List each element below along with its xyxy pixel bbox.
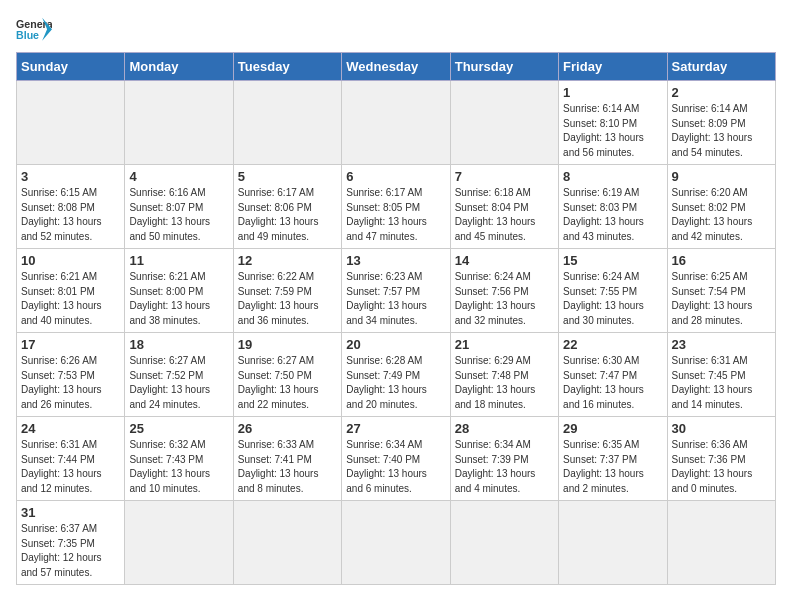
day-number: 25 <box>129 421 228 436</box>
day-info: Sunrise: 6:14 AM Sunset: 8:09 PM Dayligh… <box>672 102 771 160</box>
calendar-cell: 18Sunrise: 6:27 AM Sunset: 7:52 PM Dayli… <box>125 333 233 417</box>
calendar-cell: 26Sunrise: 6:33 AM Sunset: 7:41 PM Dayli… <box>233 417 341 501</box>
day-number: 17 <box>21 337 120 352</box>
calendar-cell: 10Sunrise: 6:21 AM Sunset: 8:01 PM Dayli… <box>17 249 125 333</box>
day-info: Sunrise: 6:24 AM Sunset: 7:55 PM Dayligh… <box>563 270 662 328</box>
calendar-cell: 2Sunrise: 6:14 AM Sunset: 8:09 PM Daylig… <box>667 81 775 165</box>
day-number: 10 <box>21 253 120 268</box>
day-info: Sunrise: 6:36 AM Sunset: 7:36 PM Dayligh… <box>672 438 771 496</box>
day-number: 13 <box>346 253 445 268</box>
day-info: Sunrise: 6:28 AM Sunset: 7:49 PM Dayligh… <box>346 354 445 412</box>
col-header-tuesday: Tuesday <box>233 53 341 81</box>
page-header: General Blue <box>16 16 776 44</box>
day-number: 2 <box>672 85 771 100</box>
calendar-cell: 15Sunrise: 6:24 AM Sunset: 7:55 PM Dayli… <box>559 249 667 333</box>
col-header-wednesday: Wednesday <box>342 53 450 81</box>
calendar-cell <box>17 81 125 165</box>
day-info: Sunrise: 6:29 AM Sunset: 7:48 PM Dayligh… <box>455 354 554 412</box>
day-info: Sunrise: 6:17 AM Sunset: 8:06 PM Dayligh… <box>238 186 337 244</box>
calendar-cell: 30Sunrise: 6:36 AM Sunset: 7:36 PM Dayli… <box>667 417 775 501</box>
calendar-cell: 17Sunrise: 6:26 AM Sunset: 7:53 PM Dayli… <box>17 333 125 417</box>
calendar-cell: 4Sunrise: 6:16 AM Sunset: 8:07 PM Daylig… <box>125 165 233 249</box>
day-info: Sunrise: 6:21 AM Sunset: 8:01 PM Dayligh… <box>21 270 120 328</box>
calendar-cell: 28Sunrise: 6:34 AM Sunset: 7:39 PM Dayli… <box>450 417 558 501</box>
calendar-cell <box>450 501 558 585</box>
day-info: Sunrise: 6:33 AM Sunset: 7:41 PM Dayligh… <box>238 438 337 496</box>
day-number: 24 <box>21 421 120 436</box>
calendar-table: SundayMondayTuesdayWednesdayThursdayFrid… <box>16 52 776 585</box>
calendar-cell <box>233 81 341 165</box>
day-number: 3 <box>21 169 120 184</box>
day-info: Sunrise: 6:15 AM Sunset: 8:08 PM Dayligh… <box>21 186 120 244</box>
col-header-sunday: Sunday <box>17 53 125 81</box>
calendar-cell: 7Sunrise: 6:18 AM Sunset: 8:04 PM Daylig… <box>450 165 558 249</box>
day-number: 29 <box>563 421 662 436</box>
day-info: Sunrise: 6:35 AM Sunset: 7:37 PM Dayligh… <box>563 438 662 496</box>
day-info: Sunrise: 6:25 AM Sunset: 7:54 PM Dayligh… <box>672 270 771 328</box>
day-info: Sunrise: 6:27 AM Sunset: 7:52 PM Dayligh… <box>129 354 228 412</box>
calendar-cell: 25Sunrise: 6:32 AM Sunset: 7:43 PM Dayli… <box>125 417 233 501</box>
day-info: Sunrise: 6:18 AM Sunset: 8:04 PM Dayligh… <box>455 186 554 244</box>
day-info: Sunrise: 6:19 AM Sunset: 8:03 PM Dayligh… <box>563 186 662 244</box>
day-number: 18 <box>129 337 228 352</box>
day-number: 4 <box>129 169 228 184</box>
col-header-thursday: Thursday <box>450 53 558 81</box>
calendar-week-2: 3Sunrise: 6:15 AM Sunset: 8:08 PM Daylig… <box>17 165 776 249</box>
calendar-cell: 5Sunrise: 6:17 AM Sunset: 8:06 PM Daylig… <box>233 165 341 249</box>
calendar-cell: 23Sunrise: 6:31 AM Sunset: 7:45 PM Dayli… <box>667 333 775 417</box>
day-info: Sunrise: 6:23 AM Sunset: 7:57 PM Dayligh… <box>346 270 445 328</box>
day-number: 23 <box>672 337 771 352</box>
day-number: 30 <box>672 421 771 436</box>
day-info: Sunrise: 6:32 AM Sunset: 7:43 PM Dayligh… <box>129 438 228 496</box>
calendar-cell: 9Sunrise: 6:20 AM Sunset: 8:02 PM Daylig… <box>667 165 775 249</box>
day-info: Sunrise: 6:34 AM Sunset: 7:39 PM Dayligh… <box>455 438 554 496</box>
calendar-cell <box>667 501 775 585</box>
calendar-cell: 19Sunrise: 6:27 AM Sunset: 7:50 PM Dayli… <box>233 333 341 417</box>
calendar-cell: 13Sunrise: 6:23 AM Sunset: 7:57 PM Dayli… <box>342 249 450 333</box>
svg-text:Blue: Blue <box>16 29 39 41</box>
day-number: 31 <box>21 505 120 520</box>
day-number: 26 <box>238 421 337 436</box>
calendar-cell <box>233 501 341 585</box>
calendar-cell: 29Sunrise: 6:35 AM Sunset: 7:37 PM Dayli… <box>559 417 667 501</box>
day-info: Sunrise: 6:27 AM Sunset: 7:50 PM Dayligh… <box>238 354 337 412</box>
col-header-friday: Friday <box>559 53 667 81</box>
day-number: 7 <box>455 169 554 184</box>
day-number: 8 <box>563 169 662 184</box>
calendar-cell <box>125 501 233 585</box>
generalblue-logo-icon: General Blue <box>16 16 52 44</box>
day-info: Sunrise: 6:34 AM Sunset: 7:40 PM Dayligh… <box>346 438 445 496</box>
calendar-cell: 21Sunrise: 6:29 AM Sunset: 7:48 PM Dayli… <box>450 333 558 417</box>
calendar-cell <box>450 81 558 165</box>
day-info: Sunrise: 6:20 AM Sunset: 8:02 PM Dayligh… <box>672 186 771 244</box>
day-info: Sunrise: 6:22 AM Sunset: 7:59 PM Dayligh… <box>238 270 337 328</box>
col-header-monday: Monday <box>125 53 233 81</box>
day-number: 1 <box>563 85 662 100</box>
day-number: 22 <box>563 337 662 352</box>
calendar-week-3: 10Sunrise: 6:21 AM Sunset: 8:01 PM Dayli… <box>17 249 776 333</box>
calendar-cell <box>125 81 233 165</box>
calendar-cell: 8Sunrise: 6:19 AM Sunset: 8:03 PM Daylig… <box>559 165 667 249</box>
day-info: Sunrise: 6:17 AM Sunset: 8:05 PM Dayligh… <box>346 186 445 244</box>
day-number: 27 <box>346 421 445 436</box>
day-number: 20 <box>346 337 445 352</box>
calendar-cell: 27Sunrise: 6:34 AM Sunset: 7:40 PM Dayli… <box>342 417 450 501</box>
calendar-cell: 31Sunrise: 6:37 AM Sunset: 7:35 PM Dayli… <box>17 501 125 585</box>
day-info: Sunrise: 6:31 AM Sunset: 7:45 PM Dayligh… <box>672 354 771 412</box>
day-info: Sunrise: 6:31 AM Sunset: 7:44 PM Dayligh… <box>21 438 120 496</box>
calendar-cell: 20Sunrise: 6:28 AM Sunset: 7:49 PM Dayli… <box>342 333 450 417</box>
day-number: 9 <box>672 169 771 184</box>
col-header-saturday: Saturday <box>667 53 775 81</box>
calendar-week-4: 17Sunrise: 6:26 AM Sunset: 7:53 PM Dayli… <box>17 333 776 417</box>
day-info: Sunrise: 6:26 AM Sunset: 7:53 PM Dayligh… <box>21 354 120 412</box>
day-number: 15 <box>563 253 662 268</box>
day-info: Sunrise: 6:24 AM Sunset: 7:56 PM Dayligh… <box>455 270 554 328</box>
day-info: Sunrise: 6:30 AM Sunset: 7:47 PM Dayligh… <box>563 354 662 412</box>
calendar-cell: 11Sunrise: 6:21 AM Sunset: 8:00 PM Dayli… <box>125 249 233 333</box>
calendar-week-5: 24Sunrise: 6:31 AM Sunset: 7:44 PM Dayli… <box>17 417 776 501</box>
day-info: Sunrise: 6:16 AM Sunset: 8:07 PM Dayligh… <box>129 186 228 244</box>
day-number: 6 <box>346 169 445 184</box>
calendar-header-row: SundayMondayTuesdayWednesdayThursdayFrid… <box>17 53 776 81</box>
calendar-cell <box>342 81 450 165</box>
calendar-cell: 14Sunrise: 6:24 AM Sunset: 7:56 PM Dayli… <box>450 249 558 333</box>
